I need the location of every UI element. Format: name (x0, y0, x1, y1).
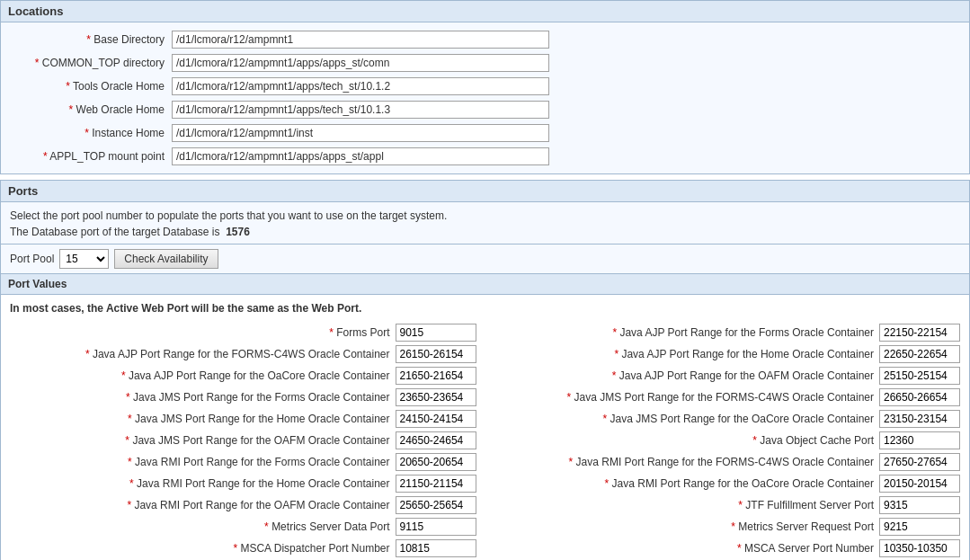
port-label: Java RMI Port Range for the Home Oracle … (10, 477, 390, 490)
port-row: Java Object Cache Port (494, 430, 961, 451)
port-input[interactable] (879, 410, 960, 428)
port-input[interactable] (396, 475, 476, 493)
port-label: Java RMI Port Range for the OaCore Oracl… (494, 477, 875, 490)
port-label: Java AJP Port Range for the OAFM Oracle … (494, 369, 875, 382)
locations-header: Locations (0, 0, 970, 22)
port-input[interactable] (396, 410, 476, 428)
port-row: Java RMI Port Range for the OaCore Oracl… (494, 473, 961, 494)
port-row: Java JMS Port Range for the FORMS-C4WS O… (494, 387, 961, 408)
port-row: Metrics Server Request Port (494, 516, 961, 538)
location-field-row: COMMON_TOP directory (1, 51, 969, 75)
port-label: Java AJP Port Range for the Forms Oracle… (494, 326, 875, 339)
port-input[interactable] (396, 324, 476, 342)
port-input[interactable] (879, 496, 960, 514)
location-field-input[interactable] (172, 101, 549, 119)
port-input[interactable] (396, 388, 476, 406)
port-input[interactable] (879, 518, 960, 536)
port-row: Java JMS Port Range for the OaCore Oracl… (494, 408, 961, 430)
location-field-label: COMMON_TOP directory (10, 57, 172, 69)
locations-section: Locations Base DirectoryCOMMON_TOP direc… (0, 0, 970, 174)
location-field-label: Base Directory (10, 33, 172, 46)
port-row: Java JMS Port Range for the OAFM Oracle … (10, 430, 476, 451)
port-label: Java RMI Port Range for the OAFM Oracle … (10, 499, 390, 511)
location-field-label: APPL_TOP mount point (10, 150, 172, 163)
location-field-input[interactable] (172, 31, 549, 49)
ports-desc-line1: Select the port pool number to populate … (10, 209, 447, 222)
port-input[interactable] (396, 539, 476, 557)
right-ports-column: Java AJP Port Range for the Forms Oracle… (494, 322, 961, 559)
port-row: Java JMS Port Range for the Forms Oracle… (10, 387, 476, 408)
port-input[interactable] (879, 367, 960, 385)
port-input[interactable] (396, 518, 476, 536)
location-field-label: Tools Oracle Home (10, 80, 172, 93)
port-row: Java AJP Port Range for the OAFM Oracle … (494, 365, 961, 387)
port-label: Metrics Server Data Port (10, 520, 390, 533)
left-ports-column: Forms PortJava AJP Port Range for the FO… (10, 322, 476, 559)
port-label: Java JMS Port Range for the Forms Oracle… (10, 391, 390, 404)
port-input[interactable] (879, 345, 960, 363)
port-input[interactable] (879, 539, 960, 557)
port-input[interactable] (879, 453, 960, 471)
port-label: Java JMS Port Range for the FORMS-C4WS O… (494, 391, 875, 404)
port-label: Java JMS Port Range for the OAFM Oracle … (10, 434, 390, 447)
port-input[interactable] (396, 367, 476, 385)
port-row: Metrics Server Data Port (10, 516, 476, 538)
port-row: Java JMS Port Range for the Home Oracle … (10, 408, 476, 430)
check-availability-button[interactable]: Check Availability (114, 249, 218, 269)
ports-description: Select the port pool number to populate … (0, 202, 970, 244)
port-label: Java JMS Port Range for the Home Oracle … (10, 413, 390, 425)
port-label: Java AJP Port Range for the Home Oracle … (494, 348, 875, 360)
location-field-label: Instance Home (10, 127, 172, 139)
location-field-row: Tools Oracle Home (1, 75, 969, 98)
port-label: Java AJP Port Range for the FORMS-C4WS O… (10, 348, 390, 360)
port-label: Metrics Server Request Port (494, 520, 875, 533)
locations-content: Base DirectoryCOMMON_TOP directoryTools … (0, 22, 970, 174)
port-input[interactable] (396, 345, 476, 363)
ports-db-port: 1576 (226, 226, 250, 238)
port-input[interactable] (396, 453, 476, 471)
port-row: Java RMI Port Range for the FORMS-C4WS O… (494, 451, 961, 473)
port-label: MSCA Server Port Number (494, 542, 875, 555)
port-input[interactable] (879, 324, 960, 342)
port-values-content: In most cases, the Active Web Port will … (0, 295, 970, 560)
location-field-input[interactable] (172, 77, 549, 95)
port-row: Java AJP Port Range for the OaCore Oracl… (10, 365, 476, 387)
port-label: Java RMI Port Range for the FORMS-C4WS O… (494, 456, 875, 468)
port-values-note: In most cases, the Active Web Port will … (10, 302, 960, 315)
port-label: MSCA Dispatcher Port Number (10, 542, 390, 555)
port-label: JTF Fulfillment Server Port (494, 499, 875, 511)
ports-desc-line2: The Database port of the target Database… (10, 226, 219, 238)
location-field-row: Web Oracle Home (1, 98, 969, 121)
ports-grid: Forms PortJava AJP Port Range for the FO… (10, 322, 960, 559)
location-field-input[interactable] (172, 147, 549, 165)
port-label: Java AJP Port Range for the OaCore Oracl… (10, 369, 390, 382)
port-input[interactable] (396, 431, 476, 449)
port-input[interactable] (879, 475, 960, 493)
port-row: Java RMI Port Range for the Forms Oracle… (10, 451, 476, 473)
port-row: Java RMI Port Range for the Home Oracle … (10, 473, 476, 494)
port-input[interactable] (879, 431, 960, 449)
location-field-row: APPL_TOP mount point (1, 145, 969, 168)
port-row: Java AJP Port Range for the Forms Oracle… (494, 322, 961, 343)
port-values-header: Port Values (0, 274, 970, 295)
port-label: Forms Port (10, 326, 390, 339)
port-row: MSCA Server Port Number (494, 538, 961, 559)
ports-section: Ports Select the port pool number to pop… (0, 180, 970, 560)
port-pool-select[interactable]: 15 16 17 (59, 249, 109, 269)
port-label: Java RMI Port Range for the Forms Oracle… (10, 456, 390, 468)
port-input[interactable] (879, 388, 960, 406)
ports-header: Ports (0, 180, 970, 202)
port-label: Java Object Cache Port (494, 434, 875, 447)
port-label: Java JMS Port Range for the OaCore Oracl… (494, 413, 875, 425)
location-field-input[interactable] (172, 54, 549, 72)
port-row: Java RMI Port Range for the OAFM Oracle … (10, 494, 476, 516)
port-pool-row: Port Pool 15 16 17 Check Availability (0, 244, 970, 274)
port-input[interactable] (396, 496, 476, 514)
location-field-row: Instance Home (1, 121, 969, 145)
location-field-label: Web Oracle Home (10, 103, 172, 116)
port-pool-label: Port Pool (10, 253, 54, 265)
port-row: Java AJP Port Range for the FORMS-C4WS O… (10, 343, 476, 365)
port-row: MSCA Dispatcher Port Number (10, 538, 476, 559)
port-row: Java AJP Port Range for the Home Oracle … (494, 343, 961, 365)
location-field-input[interactable] (172, 124, 549, 142)
